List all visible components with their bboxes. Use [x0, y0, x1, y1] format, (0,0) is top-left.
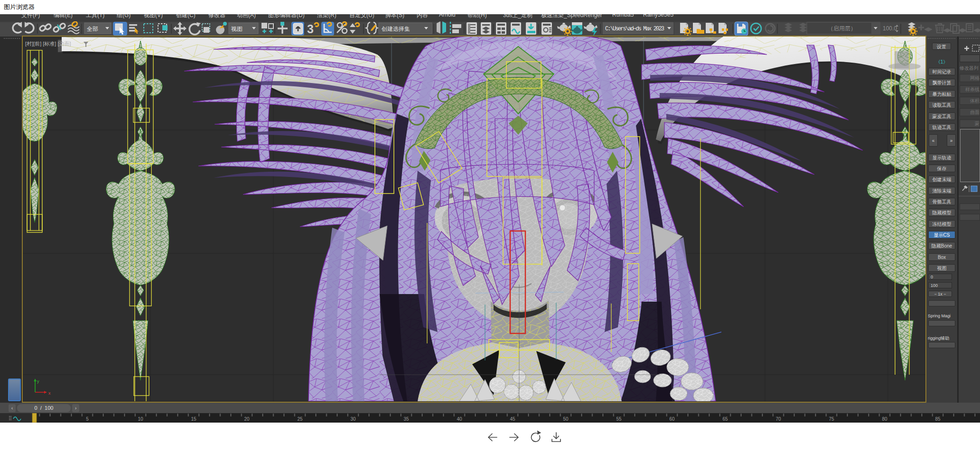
- svg-text:（启用层）: （启用层）: [828, 25, 856, 32]
- svg-text:55: 55: [616, 416, 622, 422]
- svg-text:40: 40: [457, 416, 462, 422]
- svg-text:65: 65: [722, 416, 728, 422]
- svg-text:75: 75: [829, 416, 834, 422]
- svg-text:100.0: 100.0: [883, 25, 897, 32]
- svg-text:70: 70: [775, 416, 781, 422]
- svg-text:25: 25: [297, 416, 303, 422]
- svg-text:全部: 全部: [87, 26, 98, 32]
- svg-text:15: 15: [191, 416, 196, 422]
- svg-text:视图: 视图: [231, 26, 243, 32]
- svg-text:10: 10: [138, 416, 143, 422]
- svg-text:35: 35: [403, 416, 409, 422]
- svg-text:3: 3: [307, 22, 314, 36]
- svg-text:5: 5: [86, 416, 89, 422]
- svg-text:45: 45: [510, 416, 515, 422]
- svg-text:85: 85: [935, 416, 941, 422]
- svg-text:50: 50: [563, 416, 569, 422]
- svg-text:30: 30: [350, 416, 356, 422]
- svg-text:x: x: [48, 391, 51, 396]
- svg-text:[村][前] [标准] [边面]: [村][前] [标准] [边面]: [25, 41, 71, 46]
- svg-text:80: 80: [882, 416, 887, 422]
- svg-text:20: 20: [244, 416, 250, 422]
- svg-text:创建选择集: 创建选择集: [381, 26, 410, 32]
- svg-text:y: y: [37, 379, 39, 384]
- svg-text:60: 60: [669, 416, 675, 422]
- svg-text:C:\Users\ad⋯ds Max 2023: C:\Users\ad⋯ds Max 2023: [605, 26, 664, 32]
